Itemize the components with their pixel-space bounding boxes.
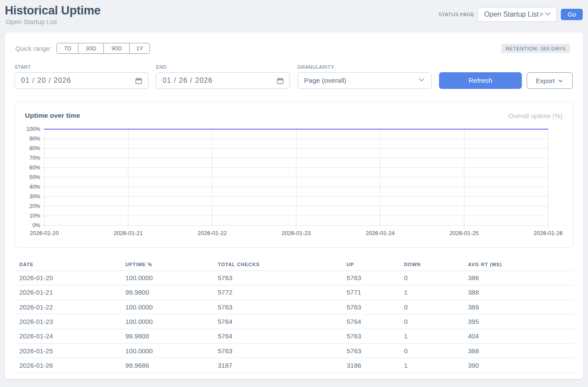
- svg-text:70%: 70%: [29, 155, 40, 161]
- svg-text:2026-01-26: 2026-01-26: [534, 230, 563, 236]
- svg-text:2026-01-25: 2026-01-25: [450, 230, 479, 236]
- svg-text:40%: 40%: [29, 184, 40, 190]
- svg-text:50%: 50%: [29, 174, 40, 180]
- svg-text:60%: 60%: [29, 165, 40, 171]
- svg-text:20%: 20%: [29, 203, 40, 209]
- svg-text:10%: 10%: [29, 213, 40, 219]
- svg-text:2026-01-22: 2026-01-22: [198, 230, 227, 236]
- svg-text:30%: 30%: [29, 194, 40, 200]
- svg-text:80%: 80%: [29, 145, 40, 151]
- svg-text:0%: 0%: [32, 222, 40, 229]
- svg-text:90%: 90%: [29, 136, 40, 142]
- svg-text:2026-01-20: 2026-01-20: [30, 230, 59, 236]
- svg-text:100%: 100%: [26, 126, 40, 132]
- svg-text:2026-01-24: 2026-01-24: [365, 230, 395, 236]
- svg-text:2026-01-21: 2026-01-21: [113, 230, 143, 236]
- svg-text:2026-01-23: 2026-01-23: [282, 230, 311, 236]
